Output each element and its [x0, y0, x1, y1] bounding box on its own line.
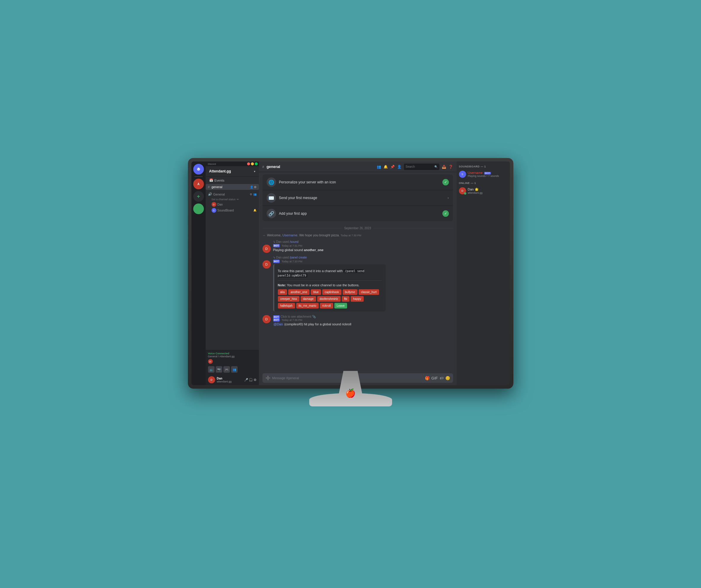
right-sidebar: SOUNDBOARD — 1 S Username BOT Playing so…	[457, 162, 510, 385]
search-input[interactable]	[406, 165, 433, 168]
sound-btn-another-one[interactable]: another_one	[288, 289, 309, 295]
sound-btn-rickroll[interactable]: rickroll	[320, 303, 333, 308]
sound-btn-bullyme[interactable]: bullyme	[343, 289, 358, 295]
online-dot	[464, 192, 466, 195]
slash-sound-msg-text: Playing global sound another_one	[273, 248, 453, 252]
emoji-icon[interactable]: 😊	[445, 376, 450, 380]
sound-btn-creeper-hiss[interactable]: creeper_hiss	[278, 296, 299, 302]
user-panel-name: Dan	[217, 377, 242, 380]
members-button[interactable]: 👥	[231, 366, 238, 373]
sound-btn-happy[interactable]: happy	[350, 296, 364, 302]
onboarding-card-app[interactable]: 🔗 Add your first app ✓	[262, 206, 453, 221]
pencil-icon[interactable]: ✏	[237, 198, 239, 201]
onboarding-card-message[interactable]: ✉️ Send your first message ›	[262, 190, 453, 206]
dan-avatar-wrapper: D	[459, 187, 466, 194]
channel-sidebar: Discord Attendant.gg ▾ 📅 Events	[206, 162, 259, 385]
sound-btn-damage[interactable]: damage	[301, 296, 316, 302]
calendar-icon: 📅	[209, 178, 213, 182]
add-member-icon[interactable]: 👤	[250, 186, 253, 189]
user-panel-avatar: D	[208, 376, 215, 383]
notifications-icon[interactable]: 🔔	[384, 165, 388, 169]
voice-controls: 📺 📷 🎮 👥	[208, 366, 257, 373]
voice-channel-general[interactable]: 🔊 General ⚙ 👥	[206, 191, 259, 197]
pin-icon[interactable]: 📌	[390, 165, 395, 169]
onboarding-card-icon[interactable]: 🌐 Personalize your server with an icon ✓	[262, 175, 453, 190]
slash-panel-message: D BOT Today at 7:33 PM	[262, 259, 453, 312]
online-member-dan: D Dan 🌟 attendant.gg	[459, 186, 507, 195]
bot-badge-2: BOT	[273, 260, 280, 263]
onboarding-icon-check: ✓	[442, 179, 449, 186]
search-box[interactable]: 🔍	[404, 164, 439, 170]
user-settings-icon[interactable]: ⚙	[254, 378, 257, 382]
sound-btn-alia[interactable]: alia	[278, 289, 287, 295]
monitor-bezel: A + Discord	[188, 158, 513, 389]
members-icon[interactable]: 👥	[377, 165, 381, 169]
bot-msg-timestamp: Today at 7:36 PM	[281, 319, 302, 321]
user-panel: D Dan attendant.gg 🎤 🎧 ⚙	[206, 374, 259, 385]
attachment-note[interactable]: BOT Click to see attachment 📎	[273, 315, 453, 318]
maximize-button[interactable]	[255, 163, 258, 165]
server-divider	[194, 176, 203, 177]
voice-member-dan: D Dan	[206, 202, 259, 207]
server-icon-discord-home[interactable]	[193, 164, 204, 175]
gift-icon[interactable]: 🎁	[425, 376, 430, 380]
events-item[interactable]: 📅 Events	[206, 177, 259, 184]
speaker-icon: 🔊	[208, 192, 212, 196]
slash-panel-command-row: ↳ Dan used /panel create	[262, 256, 453, 259]
voice-members-icon[interactable]: 👥	[253, 193, 257, 196]
soundboard-username: Username	[468, 171, 483, 175]
server-list: A +	[192, 162, 206, 385]
sticker-icon[interactable]: 🏷	[440, 376, 444, 380]
soundboard-name-small: SoundBoard	[218, 209, 234, 212]
slash-panel-indicator: ↳ Dan used /panel create	[273, 256, 307, 259]
onboarding-app-check: ✓	[442, 210, 449, 217]
gif-icon[interactable]: GIF	[431, 376, 438, 380]
sound-btn-its-me-mario[interactable]: its_me_mario	[296, 303, 319, 308]
main-content: # general 👥 🔔 📌 👤 🔍 📥	[259, 162, 457, 385]
mic-icon[interactable]: 🎤	[244, 378, 248, 382]
sound-btn-hallelujah[interactable]: hallelujah	[278, 303, 295, 308]
server-header[interactable]: Attendant.gg ▾	[206, 166, 259, 177]
help-icon[interactable]: ❓	[449, 165, 453, 169]
system-text: Welcome, Username. We hope you brought p…	[267, 233, 362, 237]
sound-btn-captinhook[interactable]: captinhook	[322, 289, 341, 295]
svg-point-2	[199, 169, 199, 169]
sound-btn-doofenshmirtz[interactable]: doofenshmirtz	[317, 296, 340, 302]
member-list-icon[interactable]: 👤	[397, 165, 402, 169]
video-button[interactable]: 📷	[216, 366, 222, 373]
welcome-timestamp: Today at 7:30 PM	[340, 234, 361, 237]
minimize-button[interactable]	[251, 163, 254, 165]
sound-name: another_one	[304, 248, 323, 252]
server-icon-green[interactable]	[193, 204, 204, 214]
chat-header: # general 👥 🔔 📌 👤 🔍 📥	[259, 162, 457, 172]
channel-item-general[interactable]: # general 👤 ⚙	[206, 184, 259, 190]
screen-share-button[interactable]: 📺	[208, 366, 215, 373]
slash-panel-header: BOT Today at 7:33 PM	[273, 260, 453, 263]
slash-panel-timestamp: Today at 7:33 PM	[281, 260, 302, 263]
voice-settings-icon[interactable]: ⚙	[250, 193, 252, 196]
voice-status-text: Set a channel status	[212, 198, 236, 201]
dan-member-subtext: attendant.gg	[468, 191, 507, 194]
soundboard-member-info: Username BOT Playing sounds • 7 sounds	[468, 171, 507, 178]
sound-btn-classic-hurt[interactable]: classic_hurt	[359, 289, 379, 295]
settings-icon[interactable]: ⚙	[254, 186, 257, 189]
slash-sound-indicator: ↳ Dan used /sound	[273, 240, 298, 243]
close-button[interactable]	[247, 163, 250, 165]
date-text: September 26, 2023	[344, 227, 371, 230]
sound-btn-blue[interactable]: blue	[311, 289, 321, 295]
voice-connected-channel: General / Attendant.gg	[208, 355, 257, 358]
slash-sound-content: BOT Today at 7:31 PM Playing global soun…	[273, 244, 453, 253]
activity-button[interactable]: 🎮	[223, 366, 230, 373]
chat-input-actions: 🎁 GIF 🏷 😊	[425, 376, 450, 380]
server-icon-attendant[interactable]: A	[193, 179, 204, 189]
soundboard-avatar-small: S	[212, 208, 216, 213]
server-icon-add[interactable]: +	[193, 191, 204, 202]
headset-icon[interactable]: 🎧	[249, 378, 253, 382]
sound-btn-fbi[interactable]: fbi	[342, 296, 350, 302]
plus-icon[interactable]: ➕	[265, 376, 270, 380]
inbox-icon[interactable]: 📥	[442, 165, 446, 169]
sound-btn-leave[interactable]: Leave	[334, 303, 347, 308]
date-separator: September 26, 2023	[262, 227, 453, 230]
bot-avatar: D	[262, 315, 271, 323]
mention-dan: @Dan	[273, 322, 283, 326]
